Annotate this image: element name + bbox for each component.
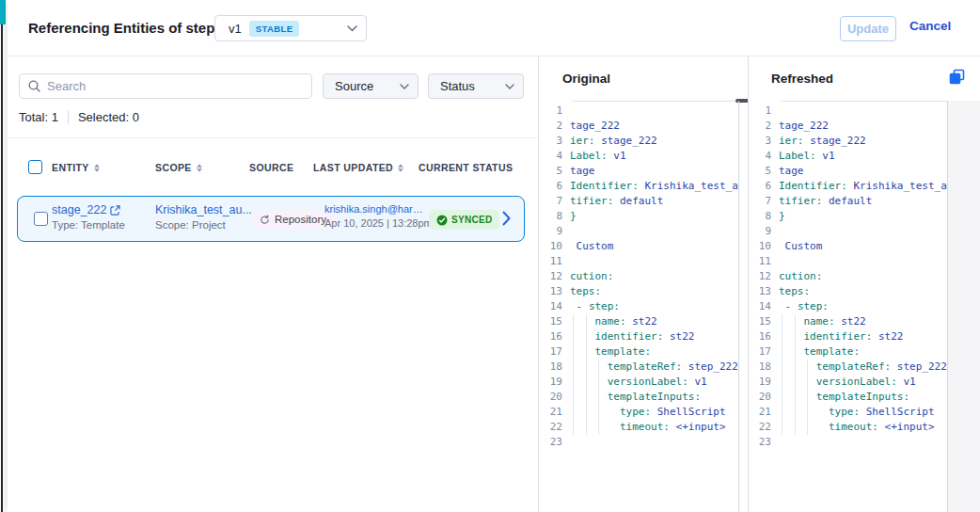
status-filter-label: Status <box>440 79 475 93</box>
code-line: 2tage_222 <box>752 119 947 134</box>
status-badge: SYNCED <box>429 210 499 230</box>
code-line: 7tifier: default <box>752 194 947 209</box>
line-number: 12 <box>544 269 562 284</box>
refreshed-code-editor[interactable]: 12tage_2223ier: stage_2224Label: v15tage… <box>752 104 947 512</box>
column-entity[interactable]: ENTITY <box>52 162 100 173</box>
entity-cell: stage_222 Type: Template <box>52 203 125 231</box>
indent-guide <box>598 420 599 435</box>
updated-by-link[interactable]: krishika.singh@harnes... <box>324 203 426 215</box>
line-number: 14 <box>752 299 771 314</box>
sort-icon[interactable] <box>398 164 403 172</box>
line-number: 2 <box>752 119 771 134</box>
repository-icon <box>260 215 270 225</box>
modal-header: Referencing Entities of step_222 v1 STAB… <box>8 0 980 56</box>
line-number: 11 <box>544 254 562 269</box>
entity-link[interactable]: stage_222 <box>52 203 106 216</box>
indent-guide <box>598 405 599 420</box>
screen: Referencing Entities of step_222 v1 STAB… <box>0 0 980 512</box>
code-line: 10 Custom <box>544 239 738 254</box>
indent-guide <box>807 390 808 405</box>
scope-link[interactable]: Krishika_test_au... <box>155 203 252 216</box>
line-number: 3 <box>752 134 771 149</box>
table-row[interactable]: stage_222 Type: Template Krishika_test_a… <box>17 196 525 242</box>
version-stable-badge: STABLE <box>249 21 300 37</box>
code-line: 8} <box>752 209 947 224</box>
background-edge-line <box>1 24 3 512</box>
line-number: 10 <box>752 239 771 254</box>
sort-icon[interactable] <box>197 164 202 172</box>
column-scope[interactable]: SCOPE <box>155 162 202 173</box>
column-last-updated[interactable]: LAST UPDATED <box>313 162 403 173</box>
search-input[interactable] <box>47 79 311 93</box>
line-number: 19 <box>544 375 562 390</box>
indent-guide <box>795 405 796 420</box>
row-checkbox[interactable] <box>34 212 48 226</box>
source-filter-dropdown[interactable]: Source <box>323 73 419 99</box>
code-line: 12cution: <box>544 269 738 284</box>
source-badge-label: Repository <box>275 214 326 225</box>
line-number: 22 <box>544 420 562 435</box>
table-header: ENTITY SCOPE SOURCE LAST UPDATED CURRENT… <box>8 154 538 183</box>
line-number: 15 <box>752 314 771 329</box>
line-number: 19 <box>752 375 771 390</box>
chevron-right-icon[interactable] <box>502 211 511 226</box>
indent-guide <box>573 375 574 390</box>
indent-guide <box>586 344 587 360</box>
chevron-down-icon <box>400 84 409 89</box>
code-line: 1 <box>752 104 947 119</box>
source-filter-label: Source <box>335 79 373 93</box>
indent-guide <box>586 375 587 390</box>
indent-guide <box>586 314 587 329</box>
select-all-checkbox[interactable] <box>28 160 42 174</box>
update-button[interactable]: Update <box>840 16 896 41</box>
referencing-entities-modal: Referencing Entities of step_222 v1 STAB… <box>8 0 980 512</box>
status-filter-dropdown[interactable]: Status <box>428 73 524 99</box>
line-number: 23 <box>752 435 771 450</box>
line-number: 8 <box>544 209 562 224</box>
line-number: 17 <box>752 344 771 360</box>
indent-guide <box>795 344 796 360</box>
code-line: 12cution: <box>752 269 947 284</box>
code-line: 13teps: <box>544 284 738 299</box>
indent-guide <box>586 360 587 375</box>
totals-divider <box>68 111 69 124</box>
refreshed-panel-title: Refreshed <box>771 72 833 86</box>
code-line: 3ier: stage_222 <box>544 134 738 149</box>
indent-guide <box>573 405 574 420</box>
indent-guide <box>782 390 782 405</box>
search-icon <box>28 80 40 92</box>
line-number: 3 <box>544 134 562 149</box>
line-number: 4 <box>752 149 771 164</box>
indent-guide <box>586 420 587 435</box>
code-line: 4Label: v1 <box>752 149 947 164</box>
original-code-editor[interactable]: 12tage_2223ier: stage_2224Label: v15tage… <box>544 104 738 512</box>
indent-guide <box>782 405 782 420</box>
diff-pane: Original 12tage_2223ier: stage_2224Label… <box>539 56 980 512</box>
code-line: 23 <box>544 435 738 450</box>
copy-button[interactable] <box>949 69 965 88</box>
indent-guide <box>598 390 599 405</box>
external-link-icon[interactable] <box>110 205 120 216</box>
version-select[interactable]: v1 STABLE <box>214 15 367 41</box>
code-line: 22 timeout: <+input> <box>544 420 738 435</box>
status-badge-label: SYNCED <box>451 215 492 225</box>
code-right-edge <box>738 101 739 512</box>
sort-icon[interactable] <box>94 164 100 172</box>
code-line: 15 name: st22 <box>752 314 947 329</box>
cancel-button[interactable]: Cancel <box>909 19 951 33</box>
column-source: SOURCE <box>249 162 293 173</box>
indent-guide <box>598 360 599 375</box>
original-panel: Original 12tage_2223ier: stage_2224Label… <box>544 56 748 512</box>
line-number: 2 <box>544 119 562 134</box>
indent-guide <box>782 314 782 329</box>
code-line: 9 <box>544 224 738 239</box>
line-number: 9 <box>752 224 771 239</box>
line-number: 21 <box>544 405 562 420</box>
code-line: 2tage_222 <box>544 119 738 134</box>
code-line: 23 <box>752 435 947 450</box>
indent-guide <box>573 420 574 435</box>
indent-guide <box>807 360 808 375</box>
code-line: 17 template: <box>544 344 738 360</box>
line-number: 20 <box>752 390 771 405</box>
line-number: 17 <box>544 344 562 360</box>
